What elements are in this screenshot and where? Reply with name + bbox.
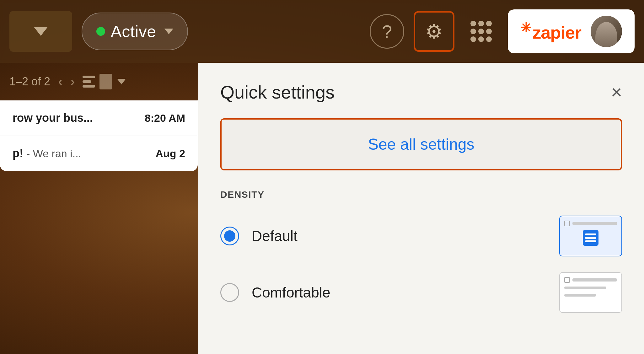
email-subject: p! - We ran i... — [13, 147, 149, 160]
dropdown-arrow-button[interactable] — [9, 11, 72, 52]
table-row[interactable]: p! - We ran i... Aug 2 — [0, 136, 198, 171]
help-button[interactable]: ? — [370, 14, 404, 49]
apps-grid-icon — [470, 21, 492, 42]
preview-list-line — [585, 240, 596, 242]
comfortable-preview-line — [564, 287, 606, 289]
email-time: 8:20 AM — [145, 112, 185, 124]
density-comfortable-label: Comfortable — [252, 284, 330, 301]
quick-settings-panel: Quick settings × See all settings DENSIT… — [198, 63, 644, 354]
email-row: p! - We ran i... Aug 2 — [13, 147, 185, 160]
next-arrow-icon: › — [70, 74, 75, 89]
close-icon: × — [611, 82, 622, 103]
quick-settings-title: Quick settings — [220, 82, 335, 103]
email-list-area: 1–2 of 2 ‹ › row your bus... 8:20 AM — [0, 63, 198, 354]
density-comfortable-left: Comfortable — [220, 283, 330, 302]
active-status-button[interactable]: Active — [82, 13, 188, 50]
see-all-settings-label: See all settings — [368, 136, 474, 153]
email-subject: row your bus... — [13, 111, 138, 125]
email-row: row your bus... 8:20 AM — [13, 111, 185, 125]
density-default-left: Default — [220, 227, 298, 245]
preview-list-icon — [583, 230, 598, 246]
preview-header — [564, 277, 617, 283]
next-email-button[interactable]: › — [70, 74, 75, 89]
preview-list-line — [585, 237, 596, 239]
prev-email-button[interactable]: ‹ — [58, 74, 62, 89]
density-comfortable-preview — [559, 272, 622, 313]
active-indicator-dot — [96, 27, 105, 36]
radio-inner-dot — [224, 230, 235, 242]
preview-square-icon — [564, 277, 570, 283]
quick-settings-header: Quick settings × — [220, 82, 622, 103]
email-toolbar: 1–2 of 2 ‹ › — [0, 63, 198, 100]
preview-square-icon — [564, 221, 570, 226]
preview-line — [572, 278, 617, 282]
density-default-preview — [559, 216, 622, 256]
table-row[interactable]: row your bus... 8:20 AM — [0, 100, 198, 136]
density-default-radio[interactable] — [220, 227, 239, 245]
density-comfortable-radio[interactable] — [220, 283, 239, 302]
avatar[interactable] — [591, 16, 622, 47]
apps-grid-button[interactable] — [464, 14, 498, 49]
email-time: Aug 2 — [156, 148, 185, 160]
comfortable-preview-line — [564, 294, 596, 297]
density-default-label: Default — [252, 228, 298, 244]
email-count: 1–2 of 2 — [9, 75, 50, 88]
preview-line — [572, 222, 617, 225]
list-lines-icon — [83, 76, 95, 88]
avatar-image — [595, 22, 617, 47]
zapier-asterisk: ✳ — [520, 20, 531, 35]
active-chevron-icon — [164, 29, 173, 34]
preview-icon-row — [564, 230, 617, 246]
help-icon: ? — [382, 21, 392, 42]
density-section-label: DENSITY — [220, 189, 622, 200]
preview-header — [564, 221, 617, 226]
zapier-logo: ✳zapier — [520, 20, 581, 43]
gear-settings-button[interactable]: ⚙ — [414, 11, 454, 52]
close-button[interactable]: × — [611, 83, 622, 102]
email-items-list: row your bus... 8:20 AM p! - We ran i...… — [0, 100, 198, 171]
prev-arrow-icon: ‹ — [58, 74, 62, 89]
density-comfortable-row: Comfortable — [220, 272, 622, 313]
preview-list-line — [585, 233, 596, 235]
list-view-toggle[interactable] — [83, 74, 126, 89]
dropdown-arrow-icon — [34, 27, 48, 36]
active-label: Active — [111, 22, 156, 41]
gear-icon: ⚙ — [425, 20, 443, 43]
zapier-brand-area: ✳zapier — [508, 9, 635, 53]
see-all-settings-button[interactable]: See all settings — [220, 118, 622, 170]
density-options: Default Comfortable — [220, 216, 622, 313]
top-bar: Active ? ⚙ ✳zapier — [0, 0, 644, 63]
density-default-row: Default — [220, 216, 622, 256]
